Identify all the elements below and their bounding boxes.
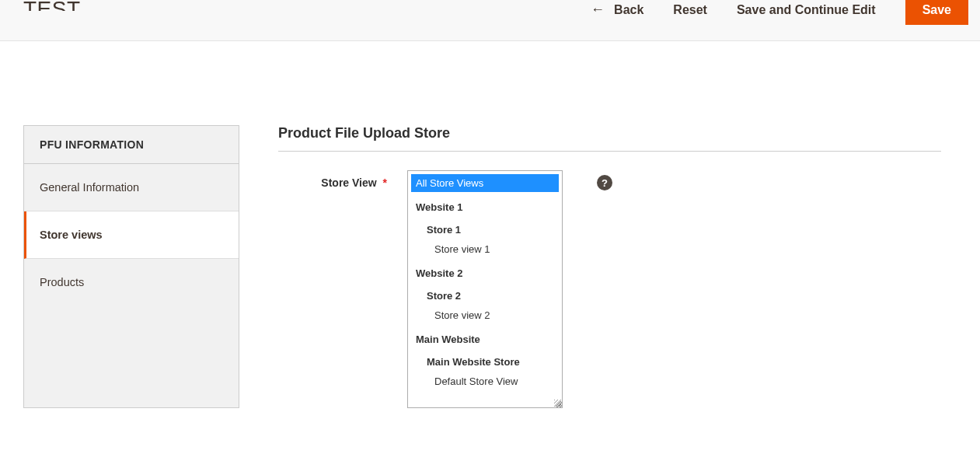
section-divider bbox=[278, 151, 941, 152]
sidebar-tab-products[interactable]: Products bbox=[24, 259, 239, 306]
reset-button-label: Reset bbox=[673, 3, 707, 16]
reset-button[interactable]: Reset bbox=[673, 0, 707, 23]
listbox-option[interactable]: Store 1 bbox=[411, 221, 559, 239]
help-icon-text: ? bbox=[602, 177, 608, 189]
sidebar-heading: PFU INFORMATION bbox=[24, 126, 239, 164]
required-marker: * bbox=[383, 176, 387, 189]
store-view-listbox[interactable]: All Store ViewsWebsite 1Store 1Store vie… bbox=[407, 170, 563, 408]
listbox-option[interactable]: All Store Views bbox=[411, 174, 559, 192]
listbox-option[interactable]: Main Website Store bbox=[411, 353, 559, 371]
help-icon[interactable]: ? bbox=[597, 175, 612, 190]
back-arrow-icon: ← bbox=[591, 2, 605, 18]
header-bar: TEST ← Back Reset Save and Continue Edit… bbox=[0, 0, 980, 41]
save-button-label: Save bbox=[922, 3, 951, 16]
content-wrap: PFU INFORMATION General Information Stor… bbox=[0, 41, 980, 439]
sidebar-item-label: Store views bbox=[40, 229, 103, 241]
listbox-option[interactable]: Store 2 bbox=[411, 287, 559, 305]
listbox-option[interactable]: Website 1 bbox=[411, 198, 559, 216]
sidebar: PFU INFORMATION General Information Stor… bbox=[23, 125, 239, 408]
save-continue-label: Save and Continue Edit bbox=[737, 3, 876, 16]
store-view-listbox-wrap: All Store ViewsWebsite 1Store 1Store vie… bbox=[407, 170, 563, 408]
page-title: TEST bbox=[23, 0, 81, 11]
listbox-option[interactable]: Store view 2 bbox=[411, 306, 559, 324]
sidebar-tab-general[interactable]: General Information bbox=[24, 164, 239, 211]
sidebar-item-label: Products bbox=[40, 276, 84, 288]
back-button-label: Back bbox=[614, 3, 643, 17]
listbox-option[interactable]: Store view 1 bbox=[411, 240, 559, 258]
listbox-option[interactable]: Default Store View bbox=[411, 372, 559, 390]
sidebar-item-label: General Information bbox=[40, 181, 139, 194]
main-panel: Product File Upload Store Store View * A… bbox=[278, 125, 941, 408]
save-continue-button[interactable]: Save and Continue Edit bbox=[737, 0, 876, 23]
listbox-option[interactable]: Website 2 bbox=[411, 264, 559, 282]
save-button[interactable]: Save bbox=[905, 0, 968, 25]
sidebar-tab-store-views[interactable]: Store views bbox=[24, 211, 239, 259]
field-label-text: Store View bbox=[321, 176, 376, 189]
header-actions: ← Back Reset Save and Continue Edit Save bbox=[591, 0, 968, 25]
listbox-option[interactable]: Main Website bbox=[411, 330, 559, 348]
store-view-label: Store View * bbox=[278, 170, 387, 189]
section-title: Product File Upload Store bbox=[278, 125, 941, 141]
store-view-row: Store View * All Store ViewsWebsite 1Sto… bbox=[278, 170, 941, 408]
back-button[interactable]: ← Back bbox=[591, 2, 643, 19]
